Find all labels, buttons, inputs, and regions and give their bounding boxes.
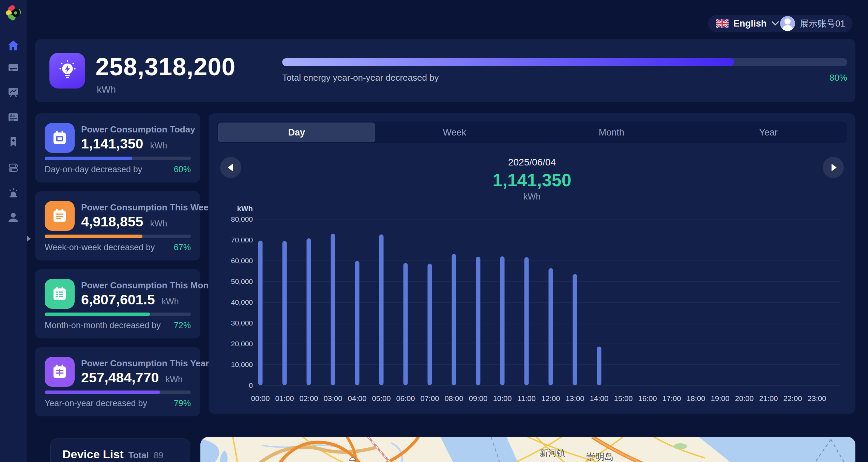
svg-text:60,000: 60,000 (231, 257, 253, 265)
total-energy-progress (282, 58, 847, 66)
total-energy-badge (49, 53, 85, 89)
tab-year[interactable]: Year (690, 122, 847, 143)
map-canvas: 新河镇 崇明岛 (200, 437, 855, 462)
svg-text:02:00: 02:00 (299, 394, 318, 403)
calendar-week-icon (45, 201, 75, 231)
stat-progress-fill (45, 235, 142, 238)
svg-text:01:00: 01:00 (275, 394, 294, 403)
alarm-icon (6, 186, 20, 199)
device-list-total-count: 89 (154, 450, 164, 461)
calendar-day-icon (45, 123, 75, 153)
svg-text:09:00: 09:00 (469, 394, 487, 403)
stat-title: Power Consumption This Week (81, 202, 213, 213)
calendar-year-icon (45, 357, 75, 387)
sidebar-item-alarms[interactable] (6, 186, 20, 199)
total-energy-progress-fill (282, 58, 734, 66)
svg-text:19:00: 19:00 (711, 394, 729, 403)
stat-footer-percent: 79% (174, 398, 191, 408)
svg-text:07:00: 07:00 (420, 394, 439, 403)
svg-text:70,000: 70,000 (231, 236, 253, 244)
svg-text:50,000: 50,000 (231, 277, 253, 285)
sidebar-item-bookmarks[interactable] (6, 135, 20, 149)
svg-text:11:00: 11:00 (517, 394, 535, 403)
topbar: English 展示账号01 (708, 15, 853, 32)
stat-footer-label: Month-on-month decreased by (45, 320, 161, 330)
stat-unit: kWh (150, 141, 167, 150)
sidebar-item-users[interactable] (6, 210, 20, 224)
tab-day[interactable]: Day (218, 123, 375, 142)
stat-footer-label: Year-on-year decreased by (45, 398, 147, 408)
avatar (780, 16, 795, 31)
stat-footer-label: Day-on-day decreased by (45, 164, 142, 174)
total-energy-progress-percent: 80% (829, 73, 847, 83)
sidebar-item-home[interactable] (6, 39, 20, 52)
sidebar-expand-handle[interactable] (27, 236, 31, 242)
consumption-chart-panel: Day Week Month Year 2025/06/04 1,141,350… (209, 113, 855, 414)
account-menu[interactable]: 展示账号01 (780, 16, 845, 31)
svg-text:30,000: 30,000 (231, 319, 253, 327)
tab-month[interactable]: Month (533, 122, 690, 143)
total-energy-panel: 258,318,200 kWh Total energy year-on-yea… (35, 39, 855, 102)
stat-footer-percent: 72% (174, 320, 191, 330)
svg-text:00:00: 00:00 (251, 394, 270, 403)
svg-text:13:00: 13:00 (565, 394, 584, 403)
device-panel-icon (6, 61, 20, 74)
svg-text:0: 0 (249, 381, 253, 389)
stat-title: Power Consumption Today (81, 124, 195, 135)
stat-progress-fill (45, 157, 132, 160)
sidebar: A= (0, 0, 27, 462)
stat-value: 257,484,770 (81, 370, 159, 386)
stat-progress (45, 313, 191, 316)
id-card-icon: A= (6, 110, 20, 124)
device-list-total-label: Total (128, 450, 149, 461)
chevron-down-icon[interactable] (772, 21, 779, 26)
svg-text:15:00: 15:00 (614, 394, 633, 403)
toggle-switches-icon (6, 161, 20, 174)
svg-text:18:00: 18:00 (686, 394, 705, 403)
sidebar-item-devices[interactable] (6, 61, 20, 74)
calendar-month-icon (45, 279, 75, 309)
stat-card-year: Power Consumption This Year 257,484,770k… (35, 347, 200, 416)
svg-text:20:00: 20:00 (735, 394, 753, 403)
stat-unit: kWh (162, 297, 179, 306)
stat-progress (45, 157, 191, 160)
stat-value: 1,141,350 (81, 136, 143, 152)
app-logo[interactable] (3, 3, 23, 22)
total-energy-value: 258,318,200 (95, 53, 235, 81)
chart-total-unit: kWh (209, 192, 855, 202)
device-list-title: Device List (62, 448, 124, 461)
stat-title: Power Consumption This Year (81, 358, 209, 369)
stat-progress-fill (45, 313, 150, 316)
svg-text:14:00: 14:00 (590, 394, 608, 403)
uk-flag-icon (716, 19, 729, 28)
svg-text:20,000: 20,000 (231, 340, 253, 348)
sidebar-item-records[interactable]: A= (6, 110, 20, 124)
device-list-panel: Device List Total 89 (50, 439, 190, 462)
device-map[interactable]: 新河镇 崇明岛 (200, 437, 855, 462)
svg-text:22:00: 22:00 (783, 394, 802, 403)
svg-text:08:00: 08:00 (444, 394, 463, 403)
tab-week[interactable]: Week (376, 122, 533, 143)
stat-progress (45, 235, 191, 238)
hourly-consumption-bar-chart: 010,00020,00030,00040,00050,00060,00070,… (219, 206, 845, 410)
stat-unit: kWh (150, 219, 167, 228)
svg-text:04:00: 04:00 (348, 394, 366, 403)
stat-value: 6,807,601.5 (81, 292, 155, 308)
user-icon (6, 210, 20, 224)
svg-text:A=: A= (10, 114, 15, 118)
svg-text:17:00: 17:00 (662, 394, 681, 403)
stat-progress-fill (45, 391, 160, 394)
map-label-chongming: 崇明岛 (586, 452, 614, 462)
svg-text:21:00: 21:00 (759, 394, 778, 403)
account-name: 展示账号01 (800, 18, 845, 30)
stat-progress (45, 391, 191, 394)
svg-text:40,000: 40,000 (231, 298, 253, 306)
language-selector-label[interactable]: English (733, 18, 767, 29)
bookmark-add-icon (6, 135, 20, 149)
sidebar-item-controls[interactable] (6, 161, 20, 174)
svg-text:03:00: 03:00 (323, 394, 342, 403)
stat-unit: kWh (166, 375, 183, 384)
svg-text:10:00: 10:00 (493, 394, 512, 403)
sidebar-item-analytics[interactable] (6, 85, 20, 99)
stat-footer-percent: 60% (174, 164, 191, 174)
